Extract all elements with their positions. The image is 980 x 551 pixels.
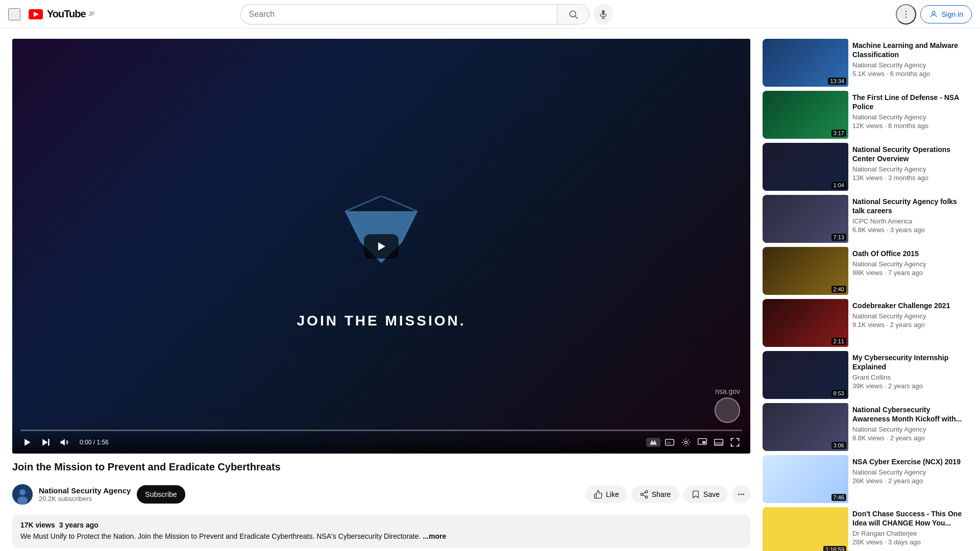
- sign-in-button[interactable]: Sign in: [920, 5, 972, 23]
- save-button[interactable]: Save: [683, 486, 728, 503]
- sidebar-item[interactable]: 2:11 Codebreaker Challenge 2021 National…: [763, 299, 968, 347]
- sidebar-item[interactable]: 3:06 National Cybersecurity Awareness Mo…: [763, 403, 968, 451]
- action-buttons: Like Share: [585, 485, 750, 504]
- sidebar-item[interactable]: 13:34 Machine Learning and Malware Class…: [763, 39, 968, 87]
- video-title: Join the Mission to Prevent and Eradicat…: [12, 460, 750, 474]
- controls-right: CC: [646, 435, 742, 449]
- sidebar-video-title: Oath Of Office 2015: [852, 249, 964, 258]
- thumbnail-wrap: 1:16:59: [763, 507, 848, 551]
- svg-marker-0: [34, 12, 39, 17]
- sidebar-video-meta: 12K views · 8 months ago: [852, 122, 964, 130]
- more-options-button[interactable]: [896, 4, 916, 24]
- svg-point-30: [641, 493, 643, 496]
- sidebar-video-meta: 5.1K views · 6 months ago: [852, 70, 964, 78]
- sidebar-item[interactable]: 2:40 Oath Of Office 2015 National Securi…: [763, 247, 968, 295]
- video-player[interactable]: JOIN THE MISSION. nsa.gov: [12, 39, 750, 454]
- thumb-text: [803, 477, 807, 481]
- channel-name[interactable]: National Security Agency: [39, 486, 131, 495]
- sidebar-item[interactable]: 1:16:59 Don't Chase Success - This One I…: [763, 507, 968, 551]
- fullscreen-icon: [730, 437, 740, 447]
- upload-date: 3 years ago: [59, 521, 99, 529]
- miniplayer-button[interactable]: [695, 435, 709, 449]
- header-right: Sign in: [896, 4, 972, 24]
- captions-button[interactable]: CC: [663, 435, 677, 449]
- sidebar-video-meta: 6.8K views · 3 years ago: [852, 226, 964, 234]
- sidebar-video-meta: 8.8K views · 2 years ago: [852, 434, 964, 442]
- sidebar-video-meta: 39K views · 2 years ago: [852, 382, 964, 390]
- time-display: 0:00 / 1:56: [80, 439, 109, 446]
- sidebar-video-title: The First Line of Defense - NSA Police: [852, 93, 964, 111]
- play-pause-button[interactable]: [20, 435, 35, 449]
- channel-avatar[interactable]: [12, 484, 33, 505]
- progress-bar[interactable]: [20, 430, 742, 431]
- sidebar-video-meta: 28K views · 3 days ago: [852, 538, 964, 546]
- hamburger-menu-button[interactable]: [8, 8, 20, 20]
- thumbnail-wrap: 7:46: [763, 455, 848, 503]
- sidebar-video-meta: 9.1K views · 2 years ago: [852, 321, 964, 329]
- nsa-watermark: nsa.gov: [715, 387, 740, 423]
- sidebar-item[interactable]: 1:04 National Security Operations Center…: [763, 143, 968, 191]
- header-left: YouTubeJP: [8, 8, 94, 20]
- sidebar-channel-name: National Security Agency: [852, 260, 964, 268]
- play-icon: [22, 437, 33, 447]
- sidebar-channel-name: National Security Agency: [852, 61, 964, 69]
- main-container: JOIN THE MISSION. nsa.gov: [0, 29, 980, 551]
- view-count: 17K views: [20, 521, 55, 529]
- settings-button[interactable]: [679, 435, 693, 449]
- thumb-text: [803, 373, 807, 377]
- search-button[interactable]: [557, 4, 590, 24]
- svg-point-34: [738, 494, 740, 495]
- theater-button[interactable]: [712, 435, 726, 449]
- duration-badge: 1:04: [831, 182, 846, 189]
- channel-info: National Security Agency 20.2K subscribe…: [39, 486, 131, 503]
- youtube-wordmark: YouTube: [47, 8, 86, 20]
- person-icon: [929, 10, 938, 19]
- share-button[interactable]: Share: [631, 486, 679, 503]
- sidebar-item[interactable]: 8:53 My Cybersecurity Internship Explain…: [763, 351, 968, 399]
- thumbnail-wrap: 7:13: [763, 195, 848, 243]
- sidebar-item[interactable]: 7:46 NSA Cyber Exercise (NCX) 2019 Natio…: [763, 455, 968, 503]
- svg-point-28: [17, 496, 28, 505]
- sidebar-item[interactable]: 7:13 National Security Agency folks talk…: [763, 195, 968, 243]
- sidebar-channel-name: National Security Agency: [852, 165, 964, 173]
- sidebar-channel-name: ICPC North America: [852, 217, 964, 225]
- search-input[interactable]: [240, 4, 557, 24]
- voice-search-button[interactable]: [594, 4, 613, 24]
- sidebar-video-title: National Security Operations Center Over…: [852, 145, 964, 163]
- captions-icon: CC: [665, 437, 675, 447]
- description-text: We Must Unify to Protect the Nation. Joi…: [20, 531, 742, 542]
- sidebar-video-meta: 26K views · 2 years ago: [852, 477, 964, 485]
- more-actions-button[interactable]: [732, 485, 750, 504]
- thumb-text: [803, 321, 807, 325]
- video-info: Join the Mission to Prevent and Eradicat…: [12, 454, 750, 551]
- thumbnail-wrap: 3:06: [763, 403, 848, 451]
- sidebar-video-title: My Cybersecurity Internship Explained: [852, 353, 964, 371]
- mute-button[interactable]: [57, 435, 71, 449]
- skip-next-icon: [41, 437, 51, 447]
- sidebar-item[interactable]: 3:17 The First Line of Defense - NSA Pol…: [763, 91, 968, 139]
- like-button[interactable]: Like: [585, 486, 627, 503]
- duration-badge: 13:34: [828, 78, 846, 85]
- thumb-text: [803, 165, 807, 169]
- share-icon: [640, 490, 649, 499]
- yt-play-icon: [29, 9, 43, 19]
- search-container: [240, 4, 613, 24]
- duration-badge: 7:13: [831, 234, 846, 241]
- svg-point-8: [905, 16, 907, 18]
- svg-line-32: [643, 495, 645, 497]
- fullscreen-button[interactable]: [728, 435, 742, 449]
- description-more[interactable]: ...more: [423, 532, 446, 540]
- video-overlay-text: JOIN THE MISSION.: [297, 313, 466, 329]
- subscribe-button[interactable]: Subscribe: [137, 485, 185, 504]
- video-section: JOIN THE MISSION. nsa.gov: [12, 39, 750, 551]
- sidebar-video-info: National Security Operations Center Over…: [852, 143, 968, 191]
- thumb-text: [803, 425, 807, 429]
- play-button[interactable]: [364, 234, 399, 259]
- yt-premium-badge: [646, 438, 660, 447]
- next-button[interactable]: [39, 435, 53, 449]
- description-box[interactable]: 17K views 3 years ago We Must Unify to P…: [12, 515, 750, 548]
- thumbnail-wrap: 1:04: [763, 143, 848, 191]
- youtube-logo[interactable]: YouTubeJP: [29, 8, 94, 20]
- sidebar-video-info: The First Line of Defense - NSA Police N…: [852, 91, 968, 139]
- sidebar-video-info: Codebreaker Challenge 2021 National Secu…: [852, 299, 968, 347]
